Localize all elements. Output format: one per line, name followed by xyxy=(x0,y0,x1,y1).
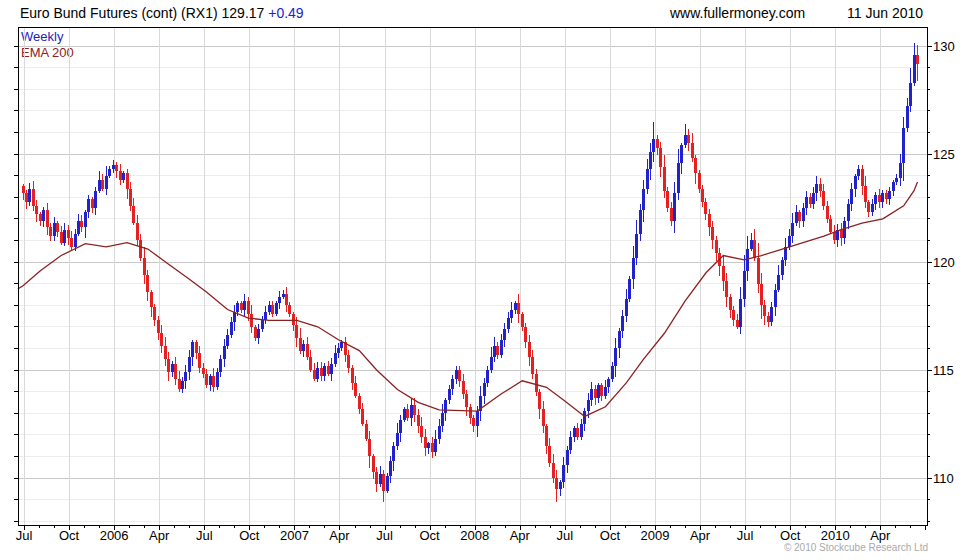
candle xyxy=(188,357,191,372)
candle xyxy=(195,342,198,353)
candle xyxy=(264,312,267,321)
candle xyxy=(545,426,548,445)
candle xyxy=(881,193,884,202)
candle xyxy=(282,294,285,296)
candle xyxy=(559,482,562,488)
candle xyxy=(614,348,617,365)
candle xyxy=(878,195,881,201)
candle xyxy=(850,189,853,204)
candle xyxy=(646,169,649,188)
x-axis-label: Jul xyxy=(543,528,587,543)
candle xyxy=(670,208,673,221)
candle xyxy=(625,299,628,316)
candle xyxy=(160,333,163,346)
candle xyxy=(472,418,475,427)
candle xyxy=(451,379,454,390)
candle xyxy=(413,405,416,416)
candle xyxy=(687,135,690,144)
candle xyxy=(157,320,160,333)
candle xyxy=(722,266,725,281)
candle xyxy=(171,364,174,373)
candle xyxy=(313,370,316,379)
candle xyxy=(507,318,510,329)
candle xyxy=(704,202,707,215)
candle xyxy=(143,258,146,275)
candle xyxy=(694,158,697,173)
candle xyxy=(576,428,579,437)
candle xyxy=(847,204,850,221)
candle xyxy=(410,405,413,418)
x-axis-label: 2008 xyxy=(453,528,497,543)
candle xyxy=(28,189,31,202)
y-axis-label: 130 xyxy=(933,39,973,54)
candle xyxy=(63,230,66,243)
x-axis-label: Jul xyxy=(182,528,226,543)
candle xyxy=(462,381,465,394)
candle xyxy=(465,394,468,407)
candle xyxy=(403,409,406,420)
y-axis-label: 110 xyxy=(933,471,973,486)
candle xyxy=(132,206,135,223)
candle xyxy=(386,476,389,491)
candle xyxy=(770,307,773,322)
candle xyxy=(774,290,777,307)
candle xyxy=(725,281,728,296)
candle xyxy=(743,271,746,299)
candle xyxy=(566,450,569,465)
candle xyxy=(618,331,621,348)
candle xyxy=(531,357,534,374)
candle xyxy=(906,106,909,128)
x-axis-label: Jul xyxy=(363,528,407,543)
candle xyxy=(108,169,111,175)
candle xyxy=(42,210,45,221)
candle xyxy=(677,163,680,193)
candle xyxy=(35,206,38,215)
candle xyxy=(815,184,818,193)
candle xyxy=(659,148,662,167)
candle xyxy=(597,385,600,398)
candle xyxy=(680,145,683,162)
candle xyxy=(798,212,801,221)
candle xyxy=(361,409,364,424)
candle xyxy=(639,210,642,234)
candle xyxy=(861,169,864,186)
candle xyxy=(309,357,312,370)
candle xyxy=(434,439,437,452)
candle xyxy=(119,171,122,180)
candle xyxy=(444,400,447,413)
candle xyxy=(320,368,323,377)
candle xyxy=(483,383,486,396)
x-axis-label: Oct xyxy=(408,528,452,543)
candle xyxy=(573,428,576,437)
candle xyxy=(219,359,222,372)
candle xyxy=(139,240,142,257)
candle xyxy=(864,186,867,201)
candle xyxy=(673,193,676,221)
candle xyxy=(368,439,371,456)
candle xyxy=(56,223,59,232)
candle xyxy=(628,279,631,298)
candle xyxy=(548,446,551,463)
candle xyxy=(53,223,56,236)
x-axis-label: Apr xyxy=(137,528,181,543)
candle xyxy=(365,424,368,439)
candle xyxy=(760,284,763,306)
candle xyxy=(39,214,42,220)
candle xyxy=(510,310,513,319)
candle xyxy=(243,301,246,310)
candle xyxy=(805,197,808,208)
candle xyxy=(153,307,156,320)
candle xyxy=(257,329,260,338)
candle xyxy=(22,186,25,192)
candle xyxy=(288,305,291,314)
candle xyxy=(587,400,590,411)
candle xyxy=(503,329,506,340)
candle xyxy=(569,437,572,450)
candle xyxy=(87,199,90,212)
candle xyxy=(885,193,888,199)
candle xyxy=(632,258,635,280)
candle xyxy=(739,299,742,327)
candle xyxy=(611,366,614,379)
candle xyxy=(777,275,780,290)
candle xyxy=(299,338,302,351)
